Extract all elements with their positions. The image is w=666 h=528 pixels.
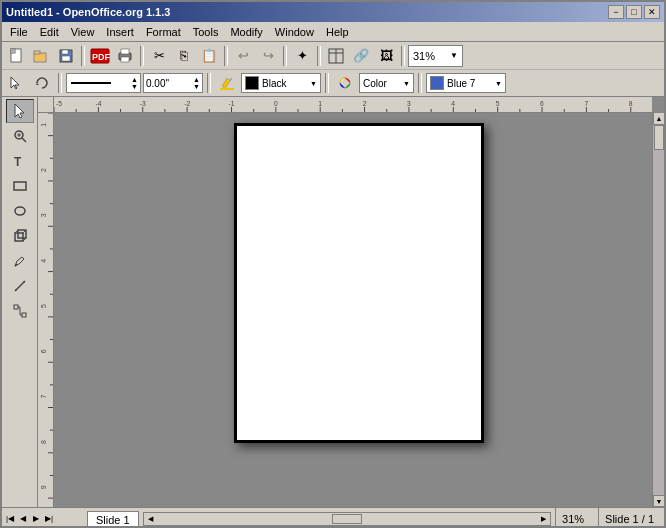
fill-color-icon[interactable] xyxy=(215,72,239,94)
line-thickness-arrows[interactable]: ▲▼ xyxy=(131,76,138,90)
rectangle-tool[interactable] xyxy=(6,174,34,198)
paste-button[interactable]: 📋 xyxy=(197,45,221,67)
color-type-icon[interactable] xyxy=(333,72,357,94)
close-button[interactable]: ✕ xyxy=(644,5,660,19)
main-area: T xyxy=(2,97,664,507)
h-scroll-thumb[interactable] xyxy=(332,514,362,524)
line-width-value: 0.00" xyxy=(146,78,169,89)
pointer-tool[interactable] xyxy=(6,99,34,123)
ellipse-tool[interactable] xyxy=(6,199,34,223)
fill-color-selector[interactable]: Blue 7 ▼ xyxy=(426,73,506,93)
sep-col xyxy=(207,73,211,93)
slide-last-btn[interactable]: ▶| xyxy=(43,513,55,525)
zoom-control[interactable]: 31% ▼ xyxy=(408,45,463,67)
svg-text:8: 8 xyxy=(629,100,633,107)
color-type-selector[interactable]: Color ▼ xyxy=(359,73,414,93)
svg-rect-12 xyxy=(121,49,129,54)
line-color-name: Black xyxy=(262,78,286,89)
cut-button[interactable]: ✂ xyxy=(147,45,171,67)
svg-rect-11 xyxy=(121,57,129,62)
svg-marker-20 xyxy=(15,104,24,118)
separator3 xyxy=(224,46,228,66)
menu-file[interactable]: File xyxy=(4,24,34,40)
scroll-down-arrow[interactable]: ▼ xyxy=(653,495,664,507)
svg-text:6: 6 xyxy=(40,349,47,353)
slide-paper xyxy=(234,123,484,443)
svg-text:2: 2 xyxy=(363,100,367,107)
svg-text:3: 3 xyxy=(40,213,47,217)
slide-prev-btn[interactable]: ◀ xyxy=(17,513,29,525)
copy-button[interactable]: ⎘ xyxy=(172,45,196,67)
3d-box-tool[interactable] xyxy=(6,224,34,248)
scroll-thumb-right[interactable] xyxy=(654,125,664,150)
undo-button[interactable]: ↩ xyxy=(231,45,255,67)
line-tool[interactable] xyxy=(6,274,34,298)
open-button[interactable] xyxy=(29,45,53,67)
minimize-button[interactable]: − xyxy=(608,5,624,19)
svg-text:8: 8 xyxy=(40,440,47,444)
svg-text:6: 6 xyxy=(540,100,544,107)
menu-view[interactable]: View xyxy=(65,24,101,40)
separator4 xyxy=(283,46,287,66)
slide-next-btn[interactable]: ▶ xyxy=(30,513,42,525)
svg-rect-4 xyxy=(34,51,40,54)
fill-color-arrow[interactable]: ▼ xyxy=(495,80,502,87)
status-right: 31% Slide 1 / 1 xyxy=(555,508,664,529)
select-tool[interactable] xyxy=(4,72,28,94)
zoom-value: 31% xyxy=(413,50,435,62)
save-button[interactable] xyxy=(54,45,78,67)
h-scrollbar[interactable]: ◀ ▶ xyxy=(143,512,551,526)
insert-clip-button[interactable]: 🖼 xyxy=(374,45,398,67)
scroll-up-arrow[interactable]: ▲ xyxy=(653,113,664,125)
menu-bar: File Edit View Insert Format Tools Modif… xyxy=(2,22,664,42)
menu-insert[interactable]: Insert xyxy=(100,24,140,40)
window-controls: − □ ✕ xyxy=(608,5,660,19)
svg-point-27 xyxy=(15,207,25,215)
svg-text:PDF: PDF xyxy=(92,52,110,62)
line-width-input[interactable]: 0.00" ▲▼ xyxy=(143,73,203,93)
export-pdf-button[interactable]: PDF xyxy=(88,45,112,67)
slide-tab-1[interactable]: Slide 1 xyxy=(87,511,139,528)
new-button[interactable] xyxy=(4,45,28,67)
color-type-label: Color xyxy=(363,78,387,89)
line-thickness-selector[interactable]: ▲▼ xyxy=(66,73,141,93)
menu-tools[interactable]: Tools xyxy=(187,24,225,40)
svg-rect-28 xyxy=(15,233,23,241)
zoom-status: 31% xyxy=(555,508,590,529)
svg-line-34 xyxy=(15,281,25,291)
svg-text:-4: -4 xyxy=(95,100,101,107)
sep-lt xyxy=(58,73,62,93)
svg-text:4: 4 xyxy=(40,259,47,263)
line-width-arrows[interactable]: ▲▼ xyxy=(193,76,200,90)
rotate-tool[interactable] xyxy=(30,72,54,94)
menu-modify[interactable]: Modify xyxy=(224,24,268,40)
color-type-arrow[interactable]: ▼ xyxy=(403,80,410,87)
svg-line-22 xyxy=(22,138,26,142)
h-scroll-right[interactable]: ▶ xyxy=(541,515,546,523)
svg-text:-3: -3 xyxy=(140,100,146,107)
line-color-box xyxy=(245,76,259,90)
insert-link-button[interactable]: 🔗 xyxy=(349,45,373,67)
menu-edit[interactable]: Edit xyxy=(34,24,65,40)
line-color-selector[interactable]: Black ▼ xyxy=(241,73,321,93)
slide-drawing-area[interactable] xyxy=(54,113,652,507)
text-tool[interactable]: T xyxy=(6,149,34,173)
svg-text:3: 3 xyxy=(407,100,411,107)
menu-help[interactable]: Help xyxy=(320,24,355,40)
insert-table-button[interactable] xyxy=(324,45,348,67)
line-color-arrow[interactable]: ▼ xyxy=(310,80,317,87)
print-button[interactable] xyxy=(113,45,137,67)
insert-stars-button[interactable]: ✦ xyxy=(290,45,314,67)
pen-tool[interactable] xyxy=(6,249,34,273)
h-scroll-track xyxy=(153,514,541,524)
svg-text:5: 5 xyxy=(40,304,47,308)
zoom-tool[interactable] xyxy=(6,124,34,148)
slide-first-btn[interactable]: |◀ xyxy=(4,513,16,525)
menu-format[interactable]: Format xyxy=(140,24,187,40)
right-scrollbar: ▲ ▼ xyxy=(652,113,664,507)
redo-button[interactable]: ↪ xyxy=(256,45,280,67)
status-bar: |◀ ◀ ▶ ▶| Slide 1 ◀ ▶ 31% Slide 1 / 1 xyxy=(2,507,664,528)
connector-tool[interactable] xyxy=(6,299,34,323)
maximize-button[interactable]: □ xyxy=(626,5,642,19)
menu-window[interactable]: Window xyxy=(269,24,320,40)
